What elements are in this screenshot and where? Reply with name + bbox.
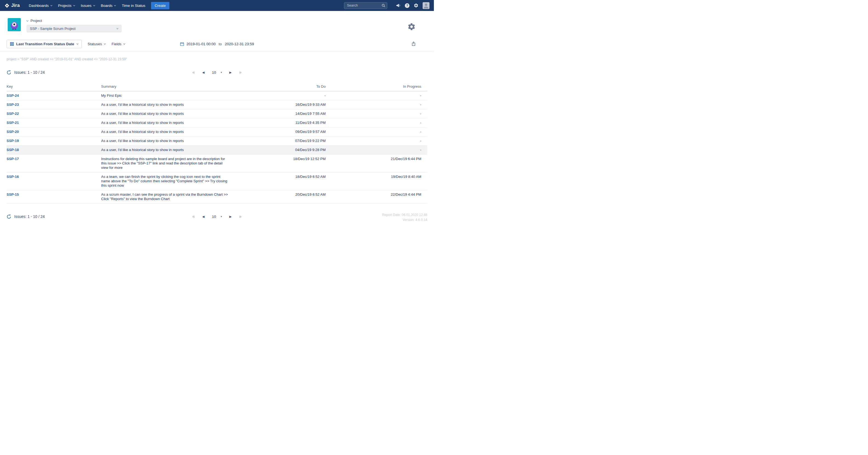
issue-todo-date: 07/Dec/19 9:22 PM — [236, 136, 333, 146]
refresh-icon[interactable] — [7, 70, 11, 75]
issue-in-progress-date: 22/Dec/19 4:44 PM — [333, 190, 427, 204]
jql-query-text: project = "SSP" AND created >= "2019-01-… — [0, 57, 434, 61]
feedback-megaphone-icon[interactable] — [396, 3, 401, 8]
date-separator: to — [219, 42, 222, 46]
issue-key-link[interactable]: SSP-16 — [7, 175, 19, 179]
date-from: 2019-01-01 00:00 — [186, 42, 216, 46]
settings-gear-icon[interactable] — [413, 3, 418, 8]
issue-row: SSP-20 As a user, I'd like a historical … — [7, 127, 427, 136]
issue-key-link[interactable]: SSP-23 — [7, 102, 19, 107]
issue-row: SSP-17 Instructions for deleting this sa… — [7, 155, 427, 173]
search-icon[interactable] — [381, 4, 385, 8]
nav-item-time-in-status[interactable]: Time in Status — [119, 0, 148, 11]
pagination-prev-button[interactable]: ◀ — [202, 215, 205, 218]
issue-summary: As a user, I'd like a historical story t… — [101, 136, 236, 146]
chevron-down-icon — [76, 43, 79, 45]
issue-key-link[interactable]: SSP-22 — [7, 112, 19, 116]
issue-row: SSP-23 As a user, I'd like a historical … — [7, 100, 427, 109]
issue-todo-date: 16/Dec/19 9:33 AM — [236, 100, 333, 109]
report-version-text: Version: 4.6.0.14 — [382, 217, 427, 222]
nav-item-label: Time in Status — [122, 4, 145, 8]
issue-key-link[interactable]: SSP-24 — [7, 93, 19, 98]
nav-item-label: Projects — [58, 4, 71, 8]
issue-key-link[interactable]: SSP-15 — [7, 192, 19, 196]
pagination-first-button[interactable]: « — [192, 214, 195, 219]
issues-table: Key Summary To Do In Progress SSP-24 My … — [7, 82, 427, 204]
nav-item-projects[interactable]: Projects — [55, 0, 78, 11]
page-size-value: 10 — [212, 70, 216, 74]
chevron-down-icon — [117, 27, 118, 29]
date-range-picker[interactable]: 2019-01-01 00:00 to 2020-12-31 23:59 — [180, 42, 254, 46]
page-size-value: 10 — [212, 215, 216, 219]
project-select[interactable]: SSP - Sample Scrum Project — [27, 25, 121, 32]
issue-key-link[interactable]: SSP-17 — [7, 157, 19, 161]
issues-summary-group: Issues: 1 - 10 / 24 — [7, 214, 45, 219]
jira-home-link[interactable]: Jira — [4, 3, 20, 8]
issue-todo-date: 20/Dec/19 6:52 AM — [236, 190, 333, 204]
statuses-label: Statuses — [88, 42, 102, 46]
pagination-next-button[interactable]: ▶ — [229, 215, 231, 218]
issue-todo-date: 04/Dec/19 9:28 PM — [236, 146, 333, 155]
statuses-dropdown[interactable]: Statuses — [88, 42, 106, 46]
refresh-icon[interactable] — [7, 214, 11, 219]
export-icon[interactable] — [411, 41, 416, 47]
fields-label: Fields — [112, 42, 121, 46]
avatar-image — [423, 2, 430, 9]
help-icon[interactable] — [405, 3, 409, 8]
issue-row: SSP-15 As a scrum master, I can see the … — [7, 190, 427, 204]
issue-row: SSP-18 As a user, I'd like a historical … — [7, 146, 427, 155]
search-input[interactable] — [344, 2, 387, 9]
pagination-bottom: « ◀ 10 ▶ » — [192, 214, 242, 219]
pagination-last-button[interactable]: » — [239, 70, 242, 74]
report-type-dropdown[interactable]: Last Transition From Status Date — [7, 40, 82, 48]
issue-summary: Instructions for deleting this sample bo… — [101, 155, 236, 173]
issue-key-link[interactable]: SSP-20 — [7, 130, 19, 134]
issue-todo-date: 14/Dec/19 7:55 AM — [236, 109, 333, 118]
issue-summary: As a user, I'd like a historical story t… — [101, 118, 236, 127]
report-date-text: Report Date: 06.01.2020 12:46 — [382, 212, 427, 217]
divider — [0, 51, 434, 51]
report-settings-gear-icon[interactable] — [407, 23, 416, 32]
nav-item-label: Dashboards — [29, 4, 49, 8]
issue-todo-date: 18/Dec/19 6:52 AM — [236, 173, 333, 190]
chevron-down-icon — [26, 19, 29, 21]
issue-summary: As a user, I'd like a historical story t… — [101, 146, 236, 155]
pagination-prev-button[interactable]: ◀ — [202, 71, 205, 74]
chevron-down-icon — [114, 4, 116, 6]
issue-key-link[interactable]: SSP-18 — [7, 148, 19, 152]
project-header: Project SSP - Sample Scrum Project — [0, 11, 434, 32]
issue-in-progress-date: - — [333, 136, 427, 146]
issue-key-link[interactable]: SSP-21 — [7, 121, 19, 125]
table-header-row: Key Summary To Do In Progress — [7, 82, 427, 91]
issue-row: SSP-21 As a user, I'd like a historical … — [7, 118, 427, 127]
user-avatar[interactable] — [423, 2, 430, 9]
pagination-last-button[interactable]: » — [239, 214, 242, 219]
issues-bar-top: Issues: 1 - 10 / 24 « ◀ 10 ▶ » — [0, 68, 434, 77]
nav-item-issues[interactable]: Issues — [78, 0, 98, 11]
page-size-select[interactable]: 10 — [212, 70, 222, 74]
issue-summary: My First Epic — [101, 91, 236, 100]
pagination-first-button[interactable]: « — [192, 70, 195, 74]
issue-in-progress-date: - — [333, 127, 427, 136]
issue-todo-date: 09/Dec/19 9:57 AM — [236, 127, 333, 136]
issue-todo-date: 11/Dec/19 4:35 PM — [236, 118, 333, 127]
date-to: 2020-12-31 23:59 — [225, 42, 254, 46]
dropdown-arrow-icon — [221, 71, 222, 74]
report-toolbar: Last Transition From Status Date Statuse… — [0, 40, 434, 48]
fields-dropdown[interactable]: Fields — [112, 42, 125, 46]
calendar-icon — [180, 42, 184, 46]
chevron-down-icon — [93, 4, 95, 6]
nav-item-dashboards[interactable]: Dashboards — [26, 0, 55, 11]
issue-key-link[interactable]: SSP-19 — [7, 139, 19, 143]
project-avatar — [8, 18, 21, 31]
project-section-toggle[interactable]: Project — [27, 19, 121, 23]
nav-item-boards[interactable]: Boards — [98, 0, 119, 11]
issue-todo-date: - — [236, 91, 333, 100]
top-navigation-bar: Jira Dashboards Projects Issues Boards T… — [0, 0, 434, 11]
column-header-summary: Summary — [101, 82, 236, 91]
pagination-next-button[interactable]: ▶ — [229, 71, 231, 74]
issue-row: SSP-16 As a team, we can finish the spri… — [7, 173, 427, 190]
page-size-select[interactable]: 10 — [212, 215, 222, 219]
create-button[interactable]: Create — [151, 2, 169, 9]
issue-summary: As a user, I'd like a historical story t… — [101, 109, 236, 118]
